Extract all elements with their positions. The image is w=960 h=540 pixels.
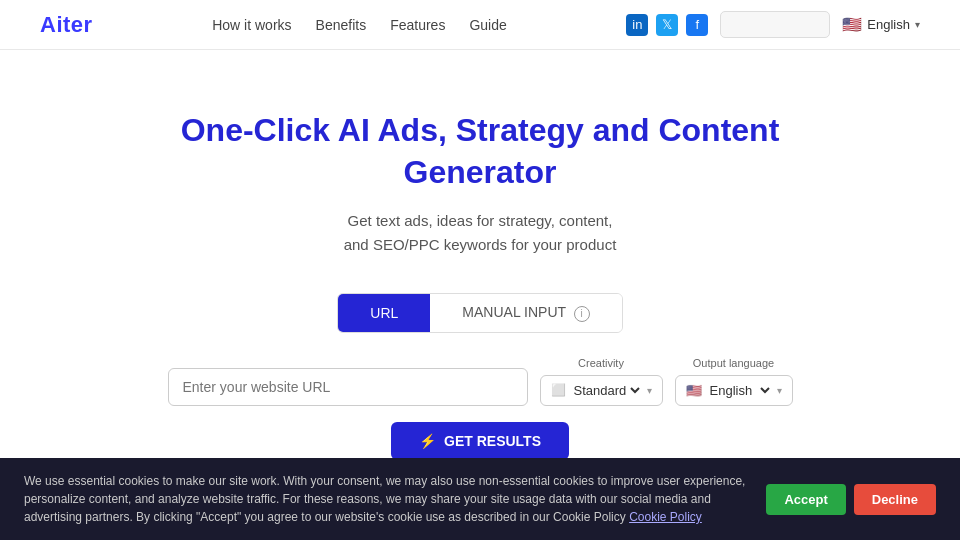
input-row: Creativity ⬜ Standard High Low ▾ Output … xyxy=(168,357,793,406)
language-selector[interactable]: 🇺🇸 English ▾ xyxy=(842,15,920,34)
info-icon[interactable]: i xyxy=(574,306,590,322)
creativity-select-wrapper[interactable]: ⬜ Standard High Low ▾ xyxy=(540,375,663,406)
url-input[interactable] xyxy=(168,368,528,406)
output-language-flag: 🇺🇸 xyxy=(686,383,702,398)
output-language-group: Output language 🇺🇸 English Spanish Frenc… xyxy=(675,357,793,406)
nav-link-guide[interactable]: Guide xyxy=(469,17,506,33)
login-input[interactable] xyxy=(720,11,830,38)
navbar-right: in 𝕏 f 🇺🇸 English ▾ xyxy=(626,11,920,38)
hero-subtitle: Get text ads, ideas for strategy, conten… xyxy=(344,209,617,257)
creativity-label: Creativity xyxy=(540,357,663,369)
twitter-icon[interactable]: 𝕏 xyxy=(656,14,678,36)
output-language-select[interactable]: English Spanish French German xyxy=(706,382,773,399)
cookie-text: We use essential cookies to make our sit… xyxy=(24,472,750,526)
creativity-group: Creativity ⬜ Standard High Low ▾ xyxy=(540,357,663,406)
language-label: English xyxy=(867,17,910,32)
nav-links: How it works Benefits Features Guide xyxy=(212,17,507,33)
get-results-label: GET RESULTS xyxy=(444,433,541,449)
flag-icon: 🇺🇸 xyxy=(842,15,862,34)
tab-url[interactable]: URL xyxy=(338,294,430,332)
hero-title: One-Click AI Ads, Strategy and Content G… xyxy=(140,110,820,193)
decline-button[interactable]: Decline xyxy=(854,484,936,515)
input-tabs: URL MANUAL INPUT i xyxy=(337,293,622,333)
navbar: Aiter How it works Benefits Features Gui… xyxy=(0,0,960,50)
social-icons: in 𝕏 f xyxy=(626,14,708,36)
creativity-chevron-icon: ▾ xyxy=(647,385,652,396)
output-language-label: Output language xyxy=(675,357,793,369)
bolt-icon: ⚡ xyxy=(419,433,436,449)
get-results-button[interactable]: ⚡ GET RESULTS xyxy=(391,422,569,460)
cookie-policy-link[interactable]: Cookie Policy xyxy=(629,510,702,524)
creativity-icon: ⬜ xyxy=(551,383,566,397)
facebook-icon[interactable]: f xyxy=(686,14,708,36)
output-language-chevron-icon: ▾ xyxy=(777,385,782,396)
hero-subtitle-line1: Get text ads, ideas for strategy, conten… xyxy=(348,212,613,229)
chevron-down-icon: ▾ xyxy=(915,19,920,30)
cookie-banner: We use essential cookies to make our sit… xyxy=(0,458,960,540)
cookie-actions: Accept Decline xyxy=(766,484,936,515)
hero-subtitle-line2: and SEO/PPC keywords for your product xyxy=(344,236,617,253)
nav-link-how-it-works[interactable]: How it works xyxy=(212,17,291,33)
logo[interactable]: Aiter xyxy=(40,12,93,38)
nav-link-features[interactable]: Features xyxy=(390,17,445,33)
nav-link-benefits[interactable]: Benefits xyxy=(316,17,367,33)
tab-manual-input[interactable]: MANUAL INPUT i xyxy=(430,294,621,332)
linkedin-icon[interactable]: in xyxy=(626,14,648,36)
accept-button[interactable]: Accept xyxy=(766,484,845,515)
creativity-select[interactable]: Standard High Low xyxy=(570,382,643,399)
output-language-select-wrapper[interactable]: 🇺🇸 English Spanish French German ▾ xyxy=(675,375,793,406)
